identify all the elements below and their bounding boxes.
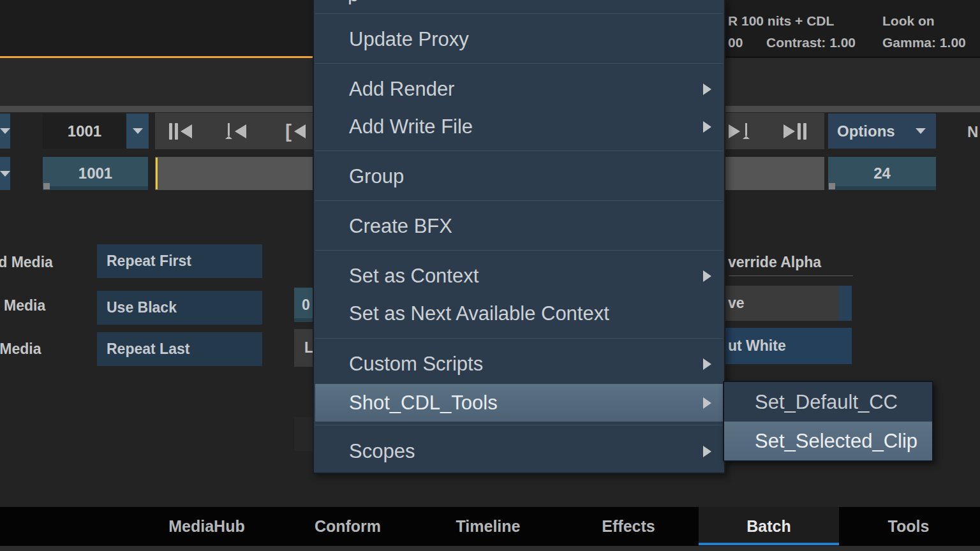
field-handle — [829, 183, 835, 189]
chevron-down-icon — [133, 128, 143, 134]
clipped-menu-item[interactable]: p — [348, 0, 359, 4]
menu-item-label: Shot_CDL_Tools — [349, 392, 498, 415]
gap-media-label: Gap Media — [0, 297, 45, 314]
playhead-marker[interactable] — [156, 158, 158, 189]
tab-tools[interactable]: Tools — [838, 507, 979, 545]
gap-media-button[interactable]: Use Black — [97, 291, 262, 325]
gamma-label: Gamma: 1.00 — [882, 36, 966, 50]
menu-separator — [315, 151, 723, 151]
head-media-value: Repeat First — [107, 253, 191, 270]
options-button[interactable]: Options — [828, 114, 936, 149]
field-bottom-strip — [828, 186, 936, 190]
chevron-down-icon — [0, 171, 10, 177]
start-frame-value: 1001 — [78, 165, 112, 182]
section-divider — [729, 276, 853, 276]
menu-item-scopes[interactable]: Scopes — [315, 436, 723, 467]
menu-item-label: Add Write File — [349, 115, 473, 138]
tab-mediahub[interactable]: MediaHub — [137, 507, 277, 545]
edge-text-fragment: N — [967, 123, 978, 141]
head-media-button[interactable]: Repeat First — [97, 244, 262, 278]
marker-glyph — [225, 123, 232, 139]
menu-separator — [315, 338, 723, 339]
menu-item-custom-scripts[interactable]: Custom Scripts — [315, 349, 723, 379]
menu-separator — [315, 250, 723, 251]
current-frame-value: 1001 — [68, 122, 101, 140]
tab-conform[interactable]: Conform — [278, 507, 418, 545]
bar-glyph — [175, 123, 178, 140]
menu-separator — [315, 200, 723, 201]
submenu-arrow-icon — [703, 84, 711, 95]
shot-cdl-tools-submenu: Set_Default_CC Set_Selected_Clip — [723, 381, 933, 462]
arrow-left-glyph — [294, 124, 306, 138]
previous-marker-icon[interactable] — [225, 113, 246, 149]
look-status-label: Look on — [882, 14, 935, 28]
number-fragment: 0 — [302, 297, 310, 314]
fps-field[interactable]: 24 — [828, 157, 936, 190]
jump-back-icon[interactable] — [169, 113, 192, 149]
active-tab-underline — [699, 543, 839, 545]
submenu-item-set-selected-clip[interactable]: Set_Selected_Clip — [724, 422, 932, 460]
current-frame-field[interactable]: 1001 — [43, 114, 126, 149]
flame-batch-screen: R 100 nits + CDL Look on 00 Contrast: 1.… — [0, 0, 980, 551]
field-bottom-strip — [43, 186, 148, 190]
arrow-left-glyph — [181, 124, 192, 138]
menu-item-create-bfx[interactable]: Create BFX — [315, 211, 723, 242]
tab-batch[interactable]: Batch — [699, 507, 839, 545]
submenu-arrow-icon — [703, 446, 711, 457]
previous-cut-icon[interactable]: [ — [285, 113, 306, 149]
menu-item-shot-cdl-tools[interactable]: Shot_CDL_Tools — [315, 384, 723, 422]
menu-item-add-write-file[interactable]: Add Write File — [315, 112, 723, 142]
menu-item-label: Create BFX — [349, 215, 452, 238]
bottom-edge-strip — [0, 546, 980, 551]
submenu-arrow-icon — [703, 358, 711, 370]
chevron-down-icon — [916, 128, 926, 134]
tail-media-button[interactable]: Repeat Last — [97, 332, 262, 366]
bar-glyph — [169, 123, 172, 140]
clipped-dropdown-button-top[interactable] — [0, 114, 10, 149]
clipped-dropdown-button-bottom[interactable] — [0, 157, 10, 190]
alpha-mode-edge — [839, 286, 852, 321]
tab-effects[interactable]: Effects — [558, 507, 699, 545]
next-marker-icon[interactable] — [729, 113, 750, 149]
gray-button-fragment: L — [304, 339, 313, 356]
matte-mode-button[interactable]: ut White — [720, 328, 852, 364]
fps-value: 24 — [873, 165, 891, 182]
menu-item-label: Set as Context — [349, 265, 479, 288]
tail-media-value: Repeat Last — [107, 341, 189, 358]
menu-separator — [315, 63, 723, 64]
menu-item-group[interactable]: Group — [315, 161, 723, 192]
options-label: Options — [837, 122, 895, 140]
bar-glyph — [803, 123, 806, 140]
menu-item-label: Add Render — [349, 78, 454, 101]
contrast-label: Contrast: 1.00 — [766, 36, 856, 50]
next-frame-icon[interactable] — [783, 113, 806, 149]
start-frame-field[interactable]: 1001 — [43, 157, 148, 190]
menu-item-label: Group — [349, 165, 404, 188]
alpha-mode-button[interactable]: ve — [720, 286, 839, 321]
menu-item-label: Scopes — [349, 440, 415, 463]
field-handle — [43, 183, 50, 189]
arrow-right-glyph — [783, 124, 795, 138]
gap-media-value: Use Black — [107, 299, 177, 316]
menu-item-label: Custom Scripts — [349, 353, 483, 376]
menu-item-set-as-context[interactable]: Set as Context — [315, 261, 723, 291]
submenu-arrow-icon — [703, 270, 711, 282]
tab-timeline[interactable]: Timeline — [418, 507, 558, 545]
submenu-item-label: Set_Selected_Clip — [755, 430, 917, 453]
alpha-mode-fragment: ve — [728, 295, 745, 312]
menu-item-update-proxy[interactable]: Update Proxy — [315, 24, 723, 55]
frame-dropdown-button[interactable] — [126, 114, 149, 149]
submenu-arrow-icon — [703, 397, 711, 409]
arrow-left-glyph — [235, 124, 246, 138]
bar-glyph — [798, 123, 801, 140]
menu-item-add-render[interactable]: Add Render — [315, 74, 723, 105]
menu-separator — [315, 13, 723, 14]
marker-glyph — [743, 123, 750, 139]
menu-item-set-as-next-available-context[interactable]: Set as Next Available Context — [315, 298, 723, 329]
head-media-label: Head Media — [0, 253, 53, 271]
submenu-arrow-icon — [703, 121, 711, 133]
override-alpha-label: verride Alpha — [728, 253, 821, 271]
submenu-item-set-default-cc[interactable]: Set_Default_CC — [724, 383, 932, 422]
submenu-item-label: Set_Default_CC — [755, 391, 898, 414]
value-fragment-label: 00 — [728, 36, 743, 50]
